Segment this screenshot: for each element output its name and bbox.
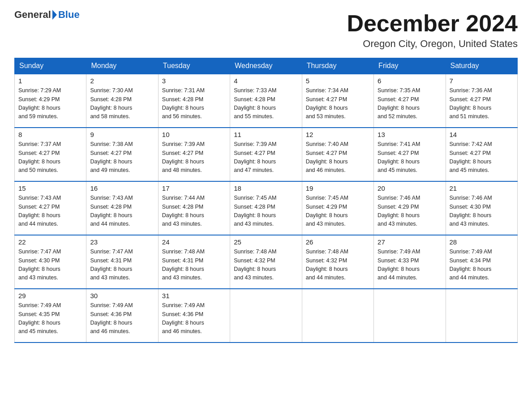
day-number: 2: [90, 77, 154, 85]
day-number: 10: [162, 131, 226, 138]
calendar-day-cell: 24Sunrise: 7:48 AMSunset: 4:31 PMDayligh…: [158, 235, 230, 289]
day-info: Sunrise: 7:47 AMSunset: 4:31 PMDaylight:…: [90, 248, 154, 283]
day-number: 17: [162, 184, 226, 192]
day-header-sunday: Sunday: [15, 58, 86, 74]
calendar-table: SundayMondayTuesdayWednesdayThursdayFrid…: [14, 58, 518, 343]
day-number: 30: [90, 292, 154, 300]
day-number: 18: [234, 184, 298, 192]
calendar-day-cell: 30Sunrise: 7:49 AMSunset: 4:36 PMDayligh…: [86, 289, 158, 342]
calendar-day-cell: 14Sunrise: 7:42 AMSunset: 4:27 PMDayligh…: [446, 128, 517, 181]
day-number: 15: [18, 184, 82, 192]
calendar-day-cell: 22Sunrise: 7:47 AMSunset: 4:30 PMDayligh…: [15, 235, 86, 289]
calendar-day-cell: 27Sunrise: 7:49 AMSunset: 4:33 PMDayligh…: [374, 235, 446, 289]
calendar-day-cell: [374, 289, 446, 342]
day-number: 11: [234, 131, 298, 138]
day-number: 21: [450, 184, 514, 192]
day-header-saturday: Saturday: [446, 58, 517, 74]
day-number: 23: [90, 238, 154, 246]
calendar-day-cell: 4Sunrise: 7:33 AMSunset: 4:28 PMDaylight…: [230, 74, 302, 128]
calendar-day-cell: 2Sunrise: 7:30 AMSunset: 4:28 PMDaylight…: [86, 74, 158, 128]
header: General General Blue December 2024 Orego…: [14, 11, 518, 50]
calendar-day-cell: [302, 289, 373, 342]
calendar-day-cell: 23Sunrise: 7:47 AMSunset: 4:31 PMDayligh…: [86, 235, 158, 289]
calendar-day-cell: [446, 289, 517, 342]
day-header-friday: Friday: [374, 58, 446, 74]
day-number: 19: [306, 184, 370, 192]
day-info: Sunrise: 7:37 AMSunset: 4:27 PMDaylight:…: [18, 140, 82, 175]
calendar-day-cell: 28Sunrise: 7:49 AMSunset: 4:34 PMDayligh…: [446, 235, 517, 289]
day-number: 3: [162, 77, 226, 85]
day-number: 24: [162, 238, 226, 246]
calendar-day-cell: 5Sunrise: 7:34 AMSunset: 4:27 PMDaylight…: [302, 74, 373, 128]
calendar-day-cell: 6Sunrise: 7:35 AMSunset: 4:27 PMDaylight…: [374, 74, 446, 128]
day-number: 25: [234, 238, 298, 246]
day-info: Sunrise: 7:39 AMSunset: 4:27 PMDaylight:…: [162, 140, 226, 175]
logo: General General Blue: [14, 11, 80, 21]
day-info: Sunrise: 7:44 AMSunset: 4:28 PMDaylight:…: [162, 194, 226, 229]
day-number: 1: [18, 77, 82, 85]
day-number: 28: [450, 238, 514, 246]
logo-blue-text: Blue: [58, 9, 80, 21]
day-info: Sunrise: 7:45 AMSunset: 4:29 PMDaylight:…: [306, 194, 370, 229]
day-number: 12: [306, 131, 370, 138]
day-number: 16: [90, 184, 154, 192]
calendar-day-cell: 7Sunrise: 7:36 AMSunset: 4:27 PMDaylight…: [446, 74, 517, 128]
calendar-day-cell: 8Sunrise: 7:37 AMSunset: 4:27 PMDaylight…: [15, 128, 86, 181]
day-number: 22: [18, 238, 82, 246]
day-info: Sunrise: 7:47 AMSunset: 4:30 PMDaylight:…: [18, 248, 82, 283]
calendar-day-cell: 16Sunrise: 7:43 AMSunset: 4:28 PMDayligh…: [86, 181, 158, 235]
title-area: December 2024 Oregon City, Oregon, Unite…: [347, 11, 518, 50]
day-info: Sunrise: 7:48 AMSunset: 4:32 PMDaylight:…: [234, 248, 298, 283]
day-number: 5: [306, 77, 370, 85]
logo-arrow-icon2: [52, 10, 57, 20]
calendar-week-row: 15Sunrise: 7:43 AMSunset: 4:27 PMDayligh…: [15, 181, 518, 235]
day-info: Sunrise: 7:46 AMSunset: 4:29 PMDaylight:…: [378, 194, 442, 229]
calendar-day-cell: 12Sunrise: 7:40 AMSunset: 4:27 PMDayligh…: [302, 128, 373, 181]
day-info: Sunrise: 7:49 AMSunset: 4:33 PMDaylight:…: [378, 248, 442, 283]
calendar-day-cell: 31Sunrise: 7:49 AMSunset: 4:36 PMDayligh…: [158, 289, 230, 342]
day-header-tuesday: Tuesday: [158, 58, 230, 74]
day-info: Sunrise: 7:43 AMSunset: 4:28 PMDaylight:…: [90, 194, 154, 229]
calendar-day-cell: 29Sunrise: 7:49 AMSunset: 4:35 PMDayligh…: [15, 289, 86, 342]
day-info: Sunrise: 7:43 AMSunset: 4:27 PMDaylight:…: [18, 194, 82, 229]
day-info: Sunrise: 7:49 AMSunset: 4:36 PMDaylight:…: [162, 301, 226, 336]
day-info: Sunrise: 7:39 AMSunset: 4:27 PMDaylight:…: [234, 140, 298, 175]
day-info: Sunrise: 7:38 AMSunset: 4:27 PMDaylight:…: [90, 140, 154, 175]
day-number: 29: [18, 292, 82, 300]
day-header-thursday: Thursday: [302, 58, 373, 74]
day-info: Sunrise: 7:49 AMSunset: 4:36 PMDaylight:…: [90, 301, 154, 336]
day-number: 31: [162, 292, 226, 300]
day-number: 13: [378, 131, 442, 138]
calendar-day-cell: 1Sunrise: 7:29 AMSunset: 4:29 PMDaylight…: [15, 74, 86, 128]
day-number: 7: [450, 77, 514, 85]
calendar-day-cell: 9Sunrise: 7:38 AMSunset: 4:27 PMDaylight…: [86, 128, 158, 181]
calendar-day-cell: 19Sunrise: 7:45 AMSunset: 4:29 PMDayligh…: [302, 181, 373, 235]
logo-general-text2: General: [14, 9, 51, 21]
calendar-day-cell: 26Sunrise: 7:48 AMSunset: 4:32 PMDayligh…: [302, 235, 373, 289]
day-info: Sunrise: 7:41 AMSunset: 4:27 PMDaylight:…: [378, 140, 442, 175]
calendar-week-row: 29Sunrise: 7:49 AMSunset: 4:35 PMDayligh…: [15, 289, 518, 342]
day-info: Sunrise: 7:49 AMSunset: 4:35 PMDaylight:…: [18, 301, 82, 336]
day-info: Sunrise: 7:36 AMSunset: 4:27 PMDaylight:…: [450, 86, 514, 121]
calendar-day-cell: 25Sunrise: 7:48 AMSunset: 4:32 PMDayligh…: [230, 235, 302, 289]
day-info: Sunrise: 7:33 AMSunset: 4:28 PMDaylight:…: [234, 86, 298, 121]
day-number: 4: [234, 77, 298, 85]
day-info: Sunrise: 7:40 AMSunset: 4:27 PMDaylight:…: [306, 140, 370, 175]
calendar-day-cell: 11Sunrise: 7:39 AMSunset: 4:27 PMDayligh…: [230, 128, 302, 181]
calendar-header-row: SundayMondayTuesdayWednesdayThursdayFrid…: [15, 58, 518, 74]
calendar-day-cell: 20Sunrise: 7:46 AMSunset: 4:29 PMDayligh…: [374, 181, 446, 235]
location-title: Oregon City, Oregon, United States: [347, 38, 518, 50]
day-header-wednesday: Wednesday: [230, 58, 302, 74]
day-number: 20: [378, 184, 442, 192]
day-number: 9: [90, 131, 154, 138]
day-info: Sunrise: 7:34 AMSunset: 4:27 PMDaylight:…: [306, 86, 370, 121]
calendar-week-row: 22Sunrise: 7:47 AMSunset: 4:30 PMDayligh…: [15, 235, 518, 289]
day-info: Sunrise: 7:29 AMSunset: 4:29 PMDaylight:…: [18, 86, 82, 121]
day-info: Sunrise: 7:49 AMSunset: 4:34 PMDaylight:…: [450, 248, 514, 283]
day-number: 6: [378, 77, 442, 85]
calendar-day-cell: 3Sunrise: 7:31 AMSunset: 4:28 PMDaylight…: [158, 74, 230, 128]
day-number: 8: [18, 131, 82, 138]
day-info: Sunrise: 7:30 AMSunset: 4:28 PMDaylight:…: [90, 86, 154, 121]
day-header-monday: Monday: [86, 58, 158, 74]
calendar-week-row: 8Sunrise: 7:37 AMSunset: 4:27 PMDaylight…: [15, 128, 518, 181]
